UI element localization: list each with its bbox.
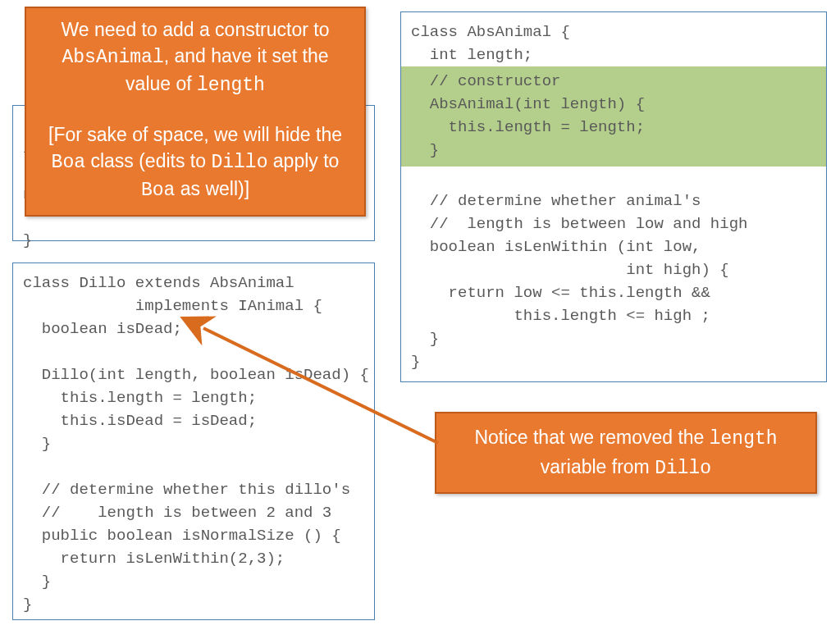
ct-code-dillo: Dillo bbox=[211, 152, 267, 173]
ct-code-absanimal: AbsAnimal bbox=[62, 47, 164, 68]
callout-top-para2: [For sake of space, we will hide the Boa… bbox=[38, 121, 353, 203]
ct-text: apply to bbox=[267, 150, 339, 171]
callout-top-para1: We need to add a constructor to AbsAnima… bbox=[38, 16, 353, 98]
abs-code-tail: // determine whether animal's // length … bbox=[401, 167, 826, 381]
abs-code-head: class AbsAnimal { int length; bbox=[401, 12, 826, 66]
cr-code-length: length bbox=[710, 428, 778, 450]
absanimal-code-box: class AbsAnimal { int length; // constru… bbox=[400, 11, 827, 382]
dillo-code-box: class Dillo extends AbsAnimal implements… bbox=[12, 262, 375, 620]
ct-text: class (edits to bbox=[85, 150, 211, 171]
ct-code-boa: Boa bbox=[52, 152, 85, 173]
ct-code-boa2: Boa bbox=[141, 180, 175, 201]
callout-constructor-note: We need to add a constructor to AbsAnima… bbox=[25, 7, 366, 217]
cr-text: Notice that we removed the bbox=[474, 427, 709, 448]
cr-text: variable from bbox=[541, 456, 655, 477]
hidden-l3: } bbox=[23, 231, 32, 249]
ct-text: as well)] bbox=[175, 178, 249, 199]
callout-removed-length: Notice that we removed the length variab… bbox=[435, 412, 817, 494]
callout-spacer bbox=[38, 98, 353, 121]
abs-code-constructor-highlight: // constructor AbsAnimal(int length) { t… bbox=[401, 66, 826, 167]
ct-text: We need to add a constructor to bbox=[62, 19, 330, 40]
ct-code-length: length bbox=[197, 75, 265, 96]
cr-code-dillo: Dillo bbox=[655, 458, 711, 479]
ct-text: [For sake of space, we will hide the bbox=[48, 124, 342, 145]
